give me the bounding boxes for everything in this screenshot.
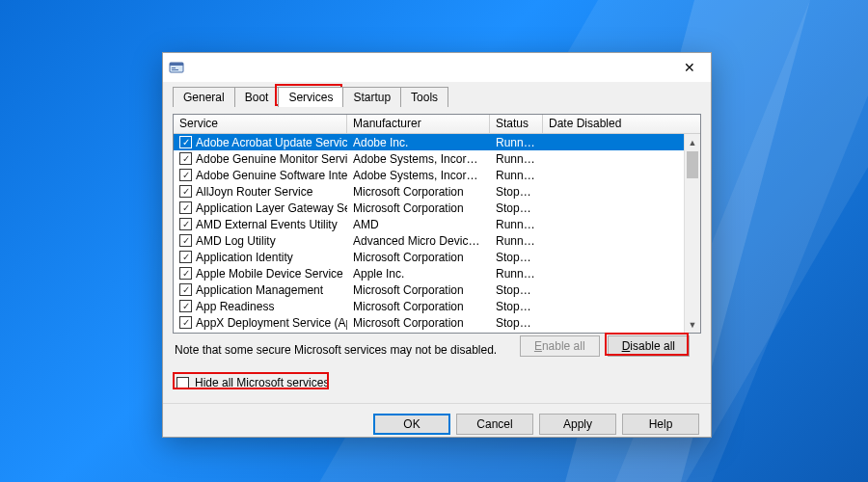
- tab-body: Service Manufacturer Status Date Disable…: [173, 106, 701, 391]
- table-row[interactable]: ✓Application ManagementMicrosoft Corpora…: [174, 281, 700, 298]
- table-row[interactable]: ✓AMD External Events UtilityAMDRunning: [174, 216, 700, 232]
- status: Running: [490, 136, 543, 149]
- row-checkbox[interactable]: ✓: [179, 316, 192, 329]
- ok-button[interactable]: OK: [373, 414, 450, 435]
- table-row[interactable]: ✓AppX Deployment Service (AppX...Microso…: [174, 314, 700, 331]
- apply-button[interactable]: Apply: [539, 414, 616, 435]
- service-name: App Readiness: [196, 300, 274, 313]
- service-name: Application Management: [196, 283, 323, 297]
- row-checkbox[interactable]: ✓: [179, 136, 192, 148]
- tab-strip: General Boot Services Startup Tools: [163, 82, 711, 106]
- status: Stopped: [490, 251, 543, 264]
- enable-all-button: Enable all: [520, 335, 600, 357]
- help-button[interactable]: Help: [622, 414, 699, 435]
- status: Running: [490, 152, 543, 166]
- tab-tools[interactable]: Tools: [400, 87, 448, 107]
- service-name: AppX Deployment Service (AppX...: [196, 316, 347, 330]
- status: Running: [490, 267, 543, 281]
- services-list[interactable]: Service Manufacturer Status Date Disable…: [173, 114, 701, 334]
- tab-boot[interactable]: Boot: [234, 87, 280, 107]
- row-checkbox[interactable]: ✓: [179, 185, 192, 198]
- status: Stopped: [490, 300, 543, 313]
- row-checkbox[interactable]: ✓: [179, 283, 192, 296]
- scrollbar[interactable]: ▲ ▼: [684, 134, 700, 333]
- service-name: Adobe Genuine Monitor Service: [196, 152, 347, 166]
- table-row[interactable]: ✓Adobe Genuine Software Integri...Adobe …: [174, 167, 700, 183]
- status: Running: [490, 218, 543, 231]
- manufacturer: Microsoft Corporation: [347, 300, 490, 313]
- table-row[interactable]: ✓AllJoyn Router ServiceMicrosoft Corpora…: [174, 183, 700, 200]
- manufacturer: Adobe Systems, Incorpora...: [347, 152, 490, 166]
- tab-general[interactable]: General: [173, 87, 235, 107]
- service-name: AllJoyn Router Service: [196, 185, 312, 199]
- status: Stopped: [490, 201, 543, 215]
- service-name: AMD Log Utility: [196, 234, 276, 248]
- column-service[interactable]: Service: [174, 115, 347, 133]
- hide-microsoft-checkbox[interactable]: Hide all Microsoft services: [175, 374, 331, 391]
- close-button[interactable]: ✕: [667, 53, 711, 82]
- column-date-disabled[interactable]: Date Disabled: [543, 115, 700, 133]
- table-row[interactable]: ✓Adobe Acrobat Update ServiceAdobe Inc.R…: [174, 134, 700, 150]
- row-checkbox[interactable]: ✓: [179, 152, 192, 165]
- status: Stopped: [490, 316, 543, 330]
- row-checkbox[interactable]: ✓: [179, 201, 192, 214]
- status: Stopped: [490, 185, 543, 199]
- disable-all-button[interactable]: Disable all: [608, 335, 690, 357]
- tab-startup[interactable]: Startup: [342, 87, 401, 107]
- table-row[interactable]: ✓Adobe Genuine Monitor ServiceAdobe Syst…: [174, 150, 700, 167]
- tab-services[interactable]: Services: [278, 87, 343, 107]
- table-row[interactable]: ✓App ReadinessMicrosoft CorporationStopp…: [174, 298, 700, 314]
- manufacturer: Apple Inc.: [347, 267, 490, 281]
- table-row[interactable]: ✓Application IdentityMicrosoft Corporati…: [174, 249, 700, 265]
- service-name: Adobe Acrobat Update Service: [196, 136, 347, 149]
- scroll-thumb[interactable]: [687, 151, 698, 178]
- svg-rect-2: [172, 67, 176, 68]
- scroll-down-icon[interactable]: ▼: [685, 316, 700, 333]
- manufacturer: Microsoft Corporation: [347, 316, 490, 330]
- svg-rect-3: [172, 69, 178, 70]
- row-checkbox[interactable]: ✓: [179, 218, 192, 230]
- manufacturer: Microsoft Corporation: [347, 283, 490, 297]
- row-checkbox[interactable]: ✓: [179, 251, 192, 263]
- status: Running: [490, 169, 543, 182]
- status: Stopped: [490, 283, 543, 297]
- row-checkbox[interactable]: ✓: [179, 234, 192, 247]
- table-row[interactable]: ✓Application Layer Gateway ServiceMicros…: [174, 200, 700, 216]
- service-name: AMD External Events Utility: [196, 218, 338, 231]
- column-manufacturer[interactable]: Manufacturer: [347, 115, 490, 133]
- service-name: Adobe Genuine Software Integri...: [196, 169, 347, 182]
- manufacturer: Microsoft Corporation: [347, 251, 490, 264]
- svg-rect-1: [170, 63, 183, 66]
- row-checkbox[interactable]: ✓: [179, 300, 192, 312]
- titlebar: ✕: [163, 53, 711, 82]
- row-checkbox[interactable]: ✓: [179, 169, 192, 181]
- manufacturer: Adobe Systems, Incorpora...: [347, 169, 490, 182]
- cancel-button[interactable]: Cancel: [456, 414, 533, 435]
- manufacturer: Adobe Inc.: [347, 136, 490, 149]
- close-icon: ✕: [684, 60, 695, 75]
- app-icon: [169, 60, 184, 75]
- manufacturer: Microsoft Corporation: [347, 185, 490, 199]
- service-name: Application Identity: [196, 251, 293, 264]
- dialog-buttons: OK Cancel Apply Help: [163, 403, 711, 446]
- manufacturer: AMD: [347, 218, 490, 231]
- column-status[interactable]: Status: [490, 115, 543, 133]
- table-row[interactable]: ✓Apple Mobile Device ServiceApple Inc.Ru…: [174, 265, 700, 281]
- manufacturer: Advanced Micro Devices, I...: [347, 234, 490, 248]
- service-name: Application Layer Gateway Service: [196, 201, 347, 215]
- manufacturer: Microsoft Corporation: [347, 201, 490, 215]
- service-name: Apple Mobile Device Service: [196, 267, 343, 281]
- status: Running: [490, 234, 543, 248]
- msconfig-dialog: ✕ General Boot Services Startup Tools Se…: [162, 52, 712, 438]
- row-checkbox[interactable]: ✓: [179, 267, 192, 280]
- checkbox-icon: [176, 377, 189, 389]
- table-row[interactable]: ✓AMD Log UtilityAdvanced Micro Devices, …: [174, 232, 700, 249]
- scroll-up-icon[interactable]: ▲: [685, 134, 700, 150]
